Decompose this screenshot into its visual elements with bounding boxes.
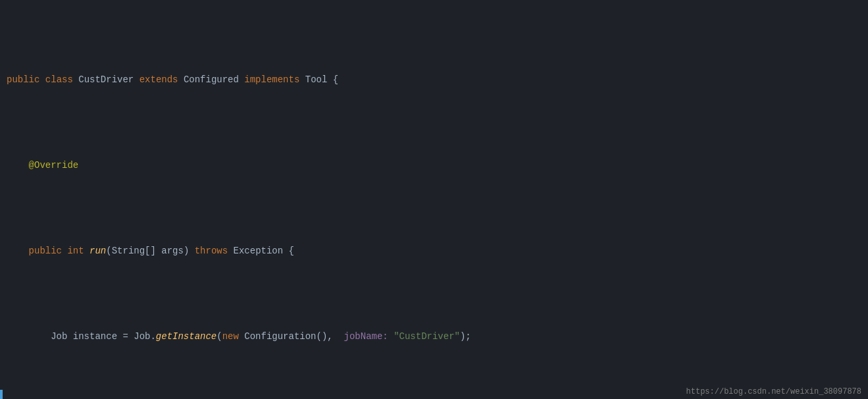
- line-1-content: public class CustDriver extends Configur…: [0, 71, 868, 88]
- line-4-content: Job instance = Job.getInstance(new Confi…: [0, 328, 868, 345]
- left-indicator: [0, 390, 3, 399]
- code-line-4: Job instance = Job.getInstance(new Confi…: [0, 328, 868, 345]
- code-lines: public class CustDriver extends Configur…: [0, 0, 868, 399]
- code-editor: public class CustDriver extends Configur…: [0, 0, 868, 399]
- line-3-content: public int run(String[] args) throws Exc…: [0, 242, 868, 259]
- line-2-content: @Override: [0, 157, 868, 174]
- code-line-2: @Override: [0, 157, 868, 174]
- code-line-1: public class CustDriver extends Configur…: [0, 71, 868, 88]
- code-line-3: public int run(String[] args) throws Exc…: [0, 242, 868, 259]
- url-bar: https://blog.csdn.net/weixin_38097878: [680, 385, 868, 399]
- url-text: https://blog.csdn.net/weixin_38097878: [686, 387, 861, 396]
